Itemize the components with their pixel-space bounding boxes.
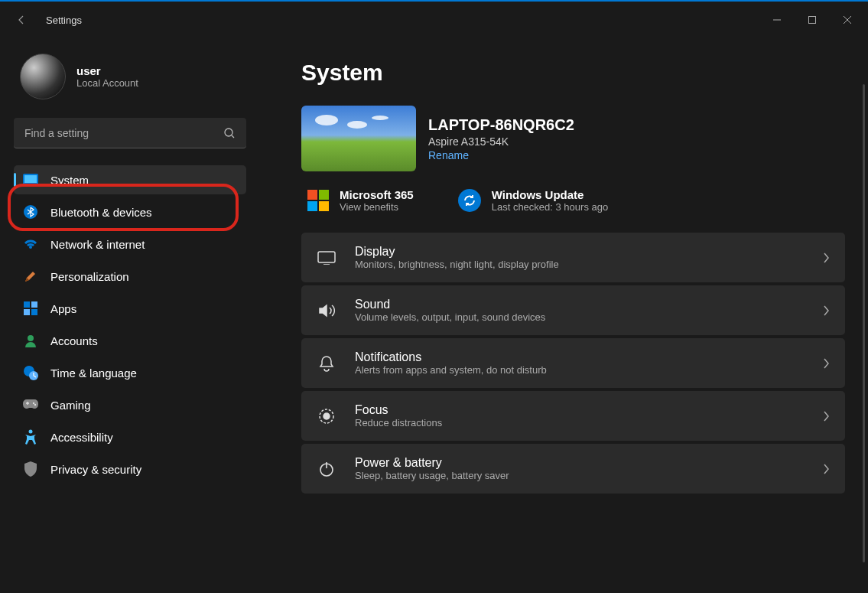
card-sub: Alerts from apps and system, do not dist… (355, 364, 804, 376)
sidebar: user Local Account System Bluetooth & de… (0, 38, 260, 593)
app-title: Settings (46, 15, 82, 26)
sound-icon (317, 303, 336, 318)
update-icon (458, 189, 481, 212)
maximize-icon (808, 16, 816, 24)
sidebar-item-personalization[interactable]: Personalization (14, 262, 246, 291)
svg-point-13 (34, 404, 36, 406)
power-icon (317, 461, 336, 477)
device-model: Aspire A315-54K (428, 135, 574, 148)
user-account-type: Local Account (76, 77, 138, 89)
card-sound[interactable]: Sound Volume levels, output, input, soun… (301, 285, 845, 335)
svg-point-14 (29, 430, 33, 434)
arrow-left-icon (15, 14, 28, 26)
search (14, 118, 246, 148)
chevron-right-icon (822, 410, 830, 422)
device-name: LAPTOP-86NQR6C2 (428, 116, 574, 134)
svg-rect-6 (31, 301, 37, 308)
search-input[interactable] (14, 118, 246, 148)
sidebar-item-bluetooth[interactable]: Bluetooth & devices (14, 197, 246, 226)
minimize-button[interactable] (759, 8, 795, 32)
sidebar-item-accounts[interactable]: Accounts (14, 326, 246, 355)
back-button[interactable] (12, 11, 31, 29)
card-power[interactable]: Power & battery Sleep, battery usage, ba… (301, 444, 845, 494)
sidebar-item-label: Network & internet (50, 238, 145, 251)
svg-point-12 (33, 402, 34, 404)
svg-rect-0 (809, 17, 816, 24)
main-content[interactable]: System LAPTOP-86NQR6C2 Aspire A315-54K R… (260, 38, 868, 593)
sidebar-item-accessibility[interactable]: Accessibility (14, 422, 246, 451)
maximize-button[interactable] (795, 8, 830, 32)
sidebar-item-label: Privacy & security (50, 463, 141, 476)
card-sub: Sleep, battery usage, battery saver (355, 470, 804, 481)
sidebar-item-privacy[interactable]: Privacy & security (14, 455, 246, 484)
gamepad-icon (23, 397, 38, 412)
card-focus[interactable]: Focus Reduce distractions (301, 391, 845, 441)
clock-globe-icon (23, 365, 38, 380)
sidebar-item-label: Accessibility (50, 431, 113, 444)
svg-rect-7 (24, 309, 30, 315)
chevron-right-icon (822, 463, 830, 475)
chevron-right-icon (822, 252, 830, 264)
windows-update-card[interactable]: Windows Update Last checked: 3 hours ago (458, 188, 609, 213)
minimize-icon (773, 16, 781, 24)
page-title: System (301, 60, 845, 86)
chevron-right-icon (822, 357, 830, 370)
sidebar-item-time-language[interactable]: Time & language (14, 358, 246, 387)
desktop-wallpaper-thumbnail (301, 106, 416, 171)
card-title: Sound (355, 298, 804, 311)
wifi-icon (23, 236, 38, 252)
settings-cards: Display Monitors, brightness, night ligh… (301, 233, 845, 494)
svg-point-17 (323, 413, 330, 419)
scrollbar[interactable] (863, 84, 865, 562)
svg-point-9 (28, 335, 34, 341)
window-controls (759, 8, 865, 32)
sidebar-item-label: Time & language (50, 367, 137, 380)
focus-icon (317, 408, 336, 425)
update-title: Windows Update (492, 188, 609, 201)
sidebar-item-label: Personalization (50, 270, 129, 283)
bluetooth-icon (23, 204, 38, 220)
card-sub: Reduce distractions (355, 417, 804, 428)
sidebar-item-apps[interactable]: Apps (14, 294, 246, 323)
card-title: Focus (355, 403, 804, 417)
rename-link[interactable]: Rename (428, 149, 574, 161)
shield-icon (23, 461, 38, 477)
user-name: user (76, 64, 138, 77)
titlebar: Settings (0, 2, 868, 38)
sidebar-item-label: Bluetooth & devices (50, 206, 152, 219)
bell-icon (317, 355, 336, 372)
svg-point-1 (225, 129, 232, 136)
microsoft-365-card[interactable]: Microsoft 365 View benefits (307, 188, 414, 213)
card-title: Display (355, 245, 804, 259)
paintbrush-icon (23, 269, 38, 284)
sidebar-item-label: Gaming (50, 399, 91, 412)
card-title: Power & battery (355, 456, 804, 470)
sidebar-item-system[interactable]: System (14, 165, 246, 194)
chevron-right-icon (822, 305, 830, 317)
display-icon (317, 251, 336, 265)
apps-icon (23, 301, 38, 316)
system-icon (23, 172, 38, 187)
card-title: Notifications (355, 350, 804, 364)
update-sub: Last checked: 3 hours ago (492, 201, 609, 213)
ms365-sub: View benefits (340, 201, 414, 213)
user-block[interactable]: user Local Account (14, 54, 246, 99)
sidebar-item-network[interactable]: Network & internet (14, 230, 246, 259)
settings-window: Settings user Local Account (0, 0, 868, 593)
device-row: LAPTOP-86NQR6C2 Aspire A315-54K Rename (301, 106, 845, 171)
sidebar-item-label: System (50, 174, 89, 187)
card-notifications[interactable]: Notifications Alerts from apps and syste… (301, 338, 845, 388)
info-row: Microsoft 365 View benefits Windows Upda… (301, 188, 845, 213)
svg-rect-5 (24, 301, 30, 308)
nav: System Bluetooth & devices Network & int… (14, 165, 246, 484)
svg-rect-3 (24, 175, 37, 183)
sidebar-item-label: Accounts (50, 334, 98, 347)
person-icon (23, 333, 38, 348)
card-sub: Volume levels, output, input, sound devi… (355, 311, 804, 323)
card-display[interactable]: Display Monitors, brightness, night ligh… (301, 233, 845, 282)
sidebar-item-gaming[interactable]: Gaming (14, 390, 246, 419)
svg-rect-8 (31, 309, 37, 315)
svg-rect-15 (318, 252, 335, 262)
close-button[interactable] (830, 8, 865, 32)
microsoft-logo-icon (307, 190, 329, 211)
